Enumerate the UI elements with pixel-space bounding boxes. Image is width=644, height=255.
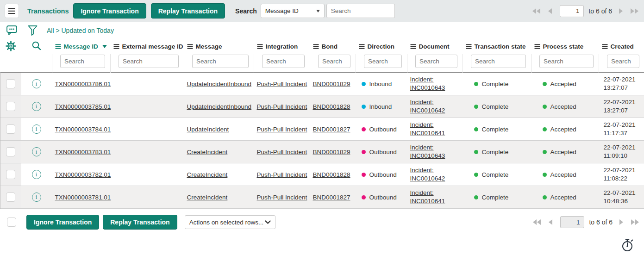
toolbar-search-input[interactable] — [326, 4, 395, 18]
filter-input-transaction-state[interactable] — [471, 55, 526, 68]
bond-link[interactable]: BND0001828 — [313, 171, 350, 178]
column-header-message-id[interactable]: Message ID — [55, 43, 107, 50]
bond-link[interactable]: BND0001827 — [313, 194, 350, 201]
integration-link[interactable]: Push-Pull Incident — [257, 171, 307, 178]
filter-input-created[interactable] — [607, 55, 639, 68]
prev-page-button[interactable] — [548, 8, 552, 14]
bond-link[interactable]: BND0001827 — [313, 126, 350, 133]
bond-link[interactable]: BND0001829 — [313, 81, 350, 87]
column-header-message[interactable]: Message — [187, 43, 222, 50]
info-icon[interactable]: i — [32, 193, 41, 202]
timer-button[interactable] — [621, 237, 634, 254]
ignore-transaction-button[interactable]: Ignore Transaction — [73, 3, 146, 19]
transaction-state-dot — [474, 195, 478, 199]
replay-transaction-button-footer[interactable]: Replay Transaction — [103, 215, 177, 230]
table-row: i TXN0000003786.01 UpdateIncidentInbound… — [0, 73, 644, 95]
filter-input-direction[interactable] — [364, 55, 402, 68]
top-toolbar: Transactions Ignore Transaction Replay T… — [0, 0, 644, 22]
row-checkbox[interactable] — [6, 193, 15, 202]
direction-label: Outbound — [369, 149, 397, 155]
message-link[interactable]: CreateIncident — [187, 149, 228, 155]
info-icon[interactable]: i — [32, 147, 41, 156]
column-header-created[interactable]: Created — [602, 43, 634, 50]
filter-input-process-state[interactable] — [539, 55, 594, 68]
column-header-bond[interactable]: Bond — [313, 43, 338, 50]
next-page-button[interactable] — [619, 8, 623, 14]
column-header-process-state[interactable]: Process state — [534, 43, 584, 50]
row-checkbox[interactable] — [6, 170, 15, 179]
filter-input-integration[interactable] — [262, 55, 305, 68]
row-checkbox[interactable] — [6, 102, 15, 111]
first-page-button[interactable] — [532, 8, 540, 14]
message-id-link[interactable]: TXN0000003785.01 — [55, 103, 111, 110]
row-checkbox[interactable] — [6, 79, 15, 88]
message-id-link[interactable]: TXN0000003782.01 — [55, 171, 111, 178]
message-link[interactable]: CreateIncident — [187, 171, 228, 178]
actions-dropdown[interactable]: Actions on selected rows... — [185, 215, 275, 229]
filter-input-document[interactable] — [415, 55, 457, 68]
column-header-document[interactable]: Document — [410, 43, 450, 50]
info-icon[interactable]: i — [32, 124, 41, 134]
last-page-button[interactable] — [631, 8, 638, 14]
message-id-link[interactable]: TXN0000003786.01 — [55, 81, 111, 87]
info-icon[interactable]: i — [32, 79, 41, 88]
filter-input-bond[interactable] — [318, 55, 350, 68]
page-number-input[interactable] — [560, 5, 584, 17]
message-link[interactable]: UpdateIncidentInbound — [187, 103, 252, 110]
column-filter-row — [0, 54, 644, 73]
info-icon[interactable]: i — [32, 102, 41, 111]
bond-link[interactable]: BND0001828 — [313, 103, 350, 110]
chevron-down-icon — [265, 220, 271, 224]
document-link[interactable]: Incident:INC0010642 — [410, 166, 463, 183]
transaction-state-label: Complete — [482, 103, 509, 110]
document-link[interactable]: Incident:INC0010641 — [410, 121, 463, 137]
column-header-external-message-id[interactable]: External message ID — [113, 43, 183, 50]
search-icon[interactable] — [31, 41, 42, 51]
select-all-checkbox[interactable] — [7, 218, 16, 227]
search-field-select[interactable]: Message ID — [261, 4, 325, 18]
filter-input-message-id[interactable] — [60, 55, 105, 68]
integration-link[interactable]: Push-Pull Incident — [257, 81, 307, 87]
gear-icon[interactable] — [6, 41, 16, 51]
filter-input-external-message-id[interactable] — [119, 55, 179, 68]
bond-link[interactable]: BND0001829 — [313, 149, 350, 155]
transaction-state-label: Complete — [482, 81, 509, 87]
document-link[interactable]: Incident:INC0010642 — [410, 98, 463, 115]
last-page-button[interactable] — [631, 219, 639, 225]
message-id-link[interactable]: TXN0000003781.01 — [55, 194, 111, 201]
column-header-direction[interactable]: Direction — [359, 43, 395, 50]
next-page-button[interactable] — [619, 219, 623, 225]
row-checkbox[interactable] — [6, 124, 15, 134]
integration-link[interactable]: Push-Pull Incident — [257, 194, 307, 201]
page-number-input[interactable] — [560, 216, 584, 228]
document-link[interactable]: Incident:INC0010641 — [410, 189, 463, 205]
pagination-top: to 6 of 6 — [532, 5, 638, 17]
integration-link[interactable]: Push-Pull Incident — [257, 126, 307, 133]
column-header-transaction-state[interactable]: Transaction state — [466, 43, 526, 50]
integration-link[interactable]: Push-Pull Incident — [257, 149, 307, 155]
document-link[interactable]: Incident:INC0010643 — [410, 143, 463, 160]
message-link[interactable]: UpdateIncident — [187, 126, 229, 133]
breadcrumb[interactable]: All > Updated on Today — [47, 27, 114, 34]
message-link[interactable]: CreateIncident — [187, 194, 228, 201]
comment-icon[interactable] — [6, 25, 18, 36]
column-menu-icon — [410, 44, 416, 49]
menu-button[interactable] — [5, 4, 19, 18]
column-header-row: Message ID External message ID Message I… — [0, 39, 644, 54]
prev-page-button[interactable] — [549, 219, 552, 225]
row-checkbox[interactable] — [6, 147, 15, 156]
first-page-button[interactable] — [533, 219, 541, 225]
filter-funnel-icon[interactable] — [27, 25, 38, 36]
ignore-transaction-button-footer[interactable]: Ignore Transaction — [26, 215, 99, 230]
page-title[interactable]: Transactions — [27, 7, 69, 15]
info-icon[interactable]: i — [32, 170, 41, 179]
filter-input-message[interactable] — [192, 55, 249, 68]
document-link[interactable]: Incident:INC0010643 — [410, 75, 463, 92]
message-link[interactable]: UpdateIncidentInbound — [187, 81, 252, 87]
transaction-state-dot — [474, 127, 478, 131]
column-header-integration[interactable]: Integration — [257, 43, 298, 50]
message-id-link[interactable]: TXN0000003783.01 — [55, 149, 111, 155]
integration-link[interactable]: Push-Pull Incident — [257, 103, 307, 110]
message-id-link[interactable]: TXN0000003784.01 — [55, 126, 111, 133]
replay-transaction-button[interactable]: Replay Transaction — [151, 3, 225, 19]
